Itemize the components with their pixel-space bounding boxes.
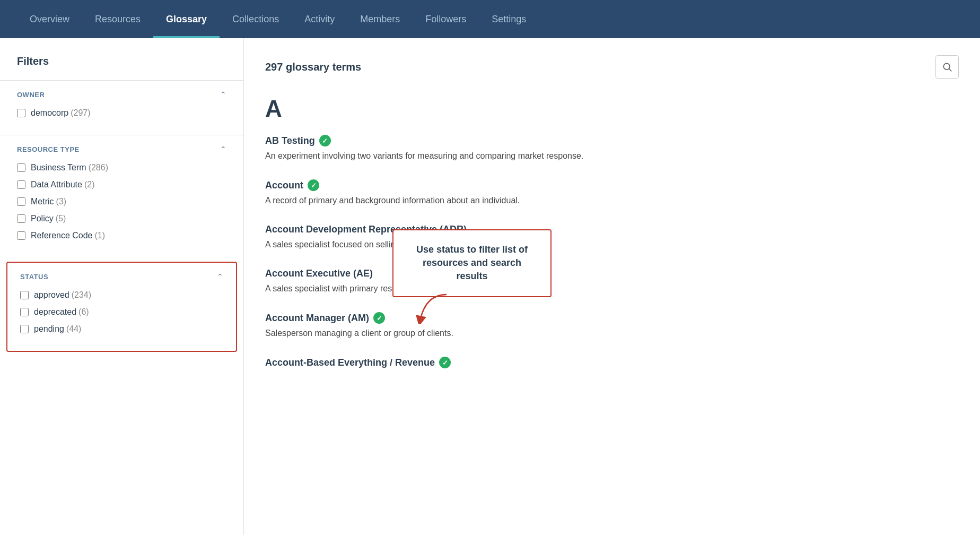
resource-reference-code-item[interactable]: Reference Code (1) xyxy=(17,231,226,240)
owner-democorp-count: (297) xyxy=(71,108,90,118)
content-header: 297 glossary terms xyxy=(265,55,959,79)
nav-activity[interactable]: Activity xyxy=(292,0,347,38)
status-deprecated-checkbox[interactable] xyxy=(20,308,29,316)
resource-business-term-label: Business Term xyxy=(31,163,86,172)
owner-filter-section: OWNER ⌃ democorp (297) xyxy=(0,80,243,135)
status-approved-label: approved xyxy=(34,290,69,300)
resource-policy-item[interactable]: Policy (5) xyxy=(17,214,226,223)
term-am: Account Manager (AM) ✓ Salesperson manag… xyxy=(265,312,959,340)
owner-label: OWNER xyxy=(17,91,45,99)
resource-type-chevron-icon: ⌃ xyxy=(220,145,226,153)
status-filter-section: STATUS ⌃ approved (234) deprecated (6) xyxy=(6,262,237,352)
status-deprecated-item[interactable]: deprecated (6) xyxy=(20,307,223,317)
status-deprecated-label: deprecated xyxy=(34,307,76,317)
resource-data-attribute-count: (2) xyxy=(84,180,95,189)
resource-data-attribute-item[interactable]: Data Attribute (2) xyxy=(17,180,226,189)
resource-reference-code-checkbox[interactable] xyxy=(17,231,25,240)
status-pending-item[interactable]: pending (44) xyxy=(20,324,223,334)
term-ae-title: Account Executive (AE) xyxy=(265,268,373,279)
term-abe-badge: ✓ xyxy=(439,357,451,368)
resource-metric-count: (3) xyxy=(56,197,67,206)
resource-metric-checkbox[interactable] xyxy=(17,197,25,206)
main-content: Filters OWNER ⌃ democorp (297) RESOURCE … xyxy=(0,38,980,535)
tooltip-arrow-icon xyxy=(415,292,457,327)
status-pending-label: pending xyxy=(34,324,64,334)
status-deprecated-count: (6) xyxy=(78,307,89,317)
search-icon xyxy=(942,62,952,72)
tooltip-overlay: Use status to filter list of resources a… xyxy=(392,229,552,297)
resource-policy-label: Policy xyxy=(31,214,54,223)
owner-democorp-item[interactable]: democorp (297) xyxy=(17,108,226,118)
glossary-count: 297 glossary terms xyxy=(265,61,361,73)
nav-members[interactable]: Members xyxy=(347,0,413,38)
resource-type-filter-body: Business Term (286) Data Attribute (2) M… xyxy=(0,163,243,257)
term-account-badge: ✓ xyxy=(308,179,319,191)
term-ae: Account Executive (AE) A sales specialis… xyxy=(265,268,959,295)
nav-settings[interactable]: Settings xyxy=(479,0,539,38)
status-filter-header[interactable]: STATUS ⌃ xyxy=(7,263,236,290)
term-account: Account ✓ A record of primary and backgr… xyxy=(265,179,959,207)
term-abe: Account-Based Everything / Revenue ✓ xyxy=(265,357,959,368)
letter-a-heading: A xyxy=(265,96,959,122)
term-ab-testing-title: AB Testing xyxy=(265,135,315,146)
sidebar: Filters OWNER ⌃ democorp (297) RESOURCE … xyxy=(0,38,244,535)
term-ae-desc: A sales specialist with primary responsi… xyxy=(265,282,959,295)
term-adr: Account Development Representative (ADR)… xyxy=(265,224,959,251)
resource-type-filter-section: RESOURCE TYPE ⌃ Business Term (286) Data… xyxy=(0,135,243,257)
owner-filter-body: democorp (297) xyxy=(0,108,243,135)
svg-point-0 xyxy=(943,63,950,70)
term-ab-testing-badge: ✓ xyxy=(319,135,331,146)
term-account-desc: A record of primary and background infor… xyxy=(265,194,959,207)
sidebar-title: Filters xyxy=(0,55,243,67)
status-pending-checkbox[interactable] xyxy=(20,325,29,333)
tooltip-box: Use status to filter list of resources a… xyxy=(392,229,552,297)
resource-reference-code-label: Reference Code xyxy=(31,231,93,240)
term-am-title: Account Manager (AM) xyxy=(265,313,369,324)
status-label: STATUS xyxy=(20,273,48,281)
status-pending-count: (44) xyxy=(66,324,81,334)
nav-resources[interactable]: Resources xyxy=(82,0,153,38)
resource-policy-count: (5) xyxy=(56,214,66,223)
owner-filter-header[interactable]: OWNER ⌃ xyxy=(0,81,243,108)
resource-type-label: RESOURCE TYPE xyxy=(17,145,80,153)
status-chevron-icon: ⌃ xyxy=(217,272,223,281)
term-abe-title: Account-Based Everything / Revenue xyxy=(265,357,435,368)
term-ab-testing-desc: An experiment involving two variants for… xyxy=(265,150,959,162)
resource-business-term-count: (286) xyxy=(89,163,108,172)
search-button[interactable] xyxy=(935,55,959,79)
nav-overview[interactable]: Overview xyxy=(17,0,82,38)
owner-democorp-checkbox[interactable] xyxy=(17,109,25,117)
nav-glossary[interactable]: Glossary xyxy=(153,0,220,38)
nav-bar: Overview Resources Glossary Collections … xyxy=(0,0,980,38)
resource-policy-checkbox[interactable] xyxy=(17,214,25,223)
resource-data-attribute-label: Data Attribute xyxy=(31,180,82,189)
svg-line-1 xyxy=(949,69,952,72)
resource-reference-code-count: (1) xyxy=(95,231,106,240)
nav-collections[interactable]: Collections xyxy=(220,0,292,38)
status-filter-body: approved (234) deprecated (6) pending (4… xyxy=(7,290,236,351)
term-adr-desc: A sales specialist focused on selling to… xyxy=(265,238,959,251)
resource-data-attribute-checkbox[interactable] xyxy=(17,180,25,189)
tooltip-text: Use status to filter list of resources a… xyxy=(416,244,528,281)
resource-type-filter-header[interactable]: RESOURCE TYPE ⌃ xyxy=(0,135,243,163)
nav-followers[interactable]: Followers xyxy=(413,0,479,38)
resource-business-term-checkbox[interactable] xyxy=(17,163,25,172)
owner-chevron-icon: ⌃ xyxy=(220,90,226,99)
resource-metric-label: Metric xyxy=(31,197,54,206)
content-area: 297 glossary terms A AB Testing ✓ An exp… xyxy=(244,38,980,535)
resource-metric-item[interactable]: Metric (3) xyxy=(17,197,226,206)
term-am-badge: ✓ xyxy=(373,312,385,324)
owner-democorp-label: democorp xyxy=(31,108,68,118)
term-am-desc: Salesperson managing a client or group o… xyxy=(265,327,959,340)
status-approved-checkbox[interactable] xyxy=(20,291,29,299)
resource-business-term-item[interactable]: Business Term (286) xyxy=(17,163,226,172)
status-approved-count: (234) xyxy=(72,290,91,300)
term-ab-testing: AB Testing ✓ An experiment involving two… xyxy=(265,135,959,162)
term-account-title: Account xyxy=(265,180,303,191)
status-approved-item[interactable]: approved (234) xyxy=(20,290,223,300)
